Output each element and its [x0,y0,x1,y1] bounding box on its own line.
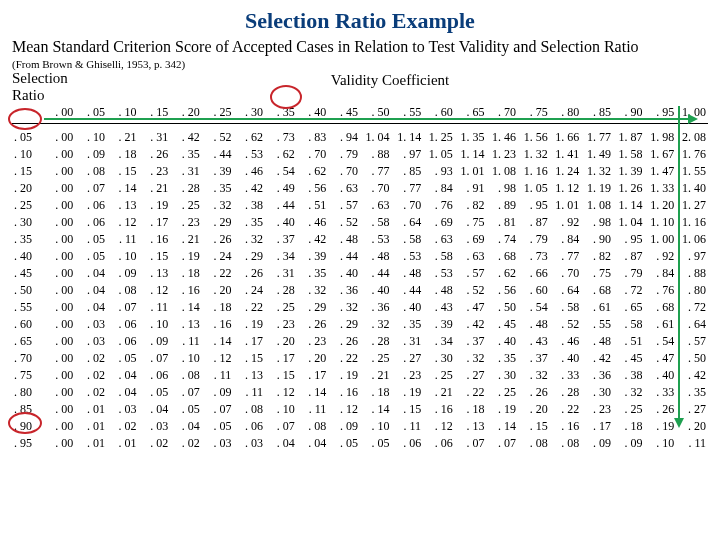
table-cell: . 97 [676,248,708,265]
table-cell: 1. 06 [676,231,708,248]
table-cell: . 04 [75,299,107,316]
table-cell: . 56 [297,180,329,197]
table-cell: . 36 [360,299,392,316]
table-cell: 1. 46 [486,124,518,147]
table-cell: . 79 [328,146,360,163]
table-cell: . 37 [518,350,550,367]
table-cell: . 39 [423,316,455,333]
table-cell: . 26 [518,384,550,401]
table-cell: . 24 [233,282,265,299]
table-row: . 45. 00. 04. 09. 13. 18. 22. 26. 31. 35… [12,265,708,282]
table-row: . 35. 00. 05. 11. 16. 21. 26. 32. 37. 42… [12,231,708,248]
table-cell: . 77 [550,248,582,265]
table-cell: . 05 [202,418,234,435]
table-cell: . 09 [75,146,107,163]
col-header: . 30 [233,91,265,124]
table-cell: . 40 [328,265,360,282]
table-cell: . 94 [328,124,360,147]
table-cell: . 26 [139,146,171,163]
table-cell: . 19 [170,248,202,265]
table-cell: . 02 [75,367,107,384]
table-cell: 1. 16 [676,214,708,231]
selection-ratio-label: Selection Ratio [12,70,68,104]
row-header: . 40 [12,248,44,265]
table-cell: . 23 [139,163,171,180]
table-cell: . 00 [44,231,76,248]
table-cell: . 11 [392,418,424,435]
table-cell: . 70 [392,197,424,214]
row-header: . 60 [12,316,44,333]
table-cell: . 62 [233,124,265,147]
col-header: . 35 [265,91,297,124]
col-header: . 85 [581,91,613,124]
table-cell: . 61 [645,316,677,333]
table-cell: . 50 [676,350,708,367]
table-cell: . 03 [139,418,171,435]
table-cell: . 11 [107,231,139,248]
table-cell: . 56 [486,282,518,299]
table-cell: . 00 [44,146,76,163]
table-cell: . 48 [360,248,392,265]
table-cell: . 10 [265,401,297,418]
table-cell: . 90 [581,231,613,248]
table-cell: . 10 [75,124,107,147]
table-cell: . 29 [202,214,234,231]
table-cell: . 44 [202,146,234,163]
table-cell: . 12 [423,418,455,435]
table-cell: . 19 [139,197,171,214]
col-header: . 70 [486,91,518,124]
table-cell: . 35 [202,180,234,197]
table-cell: . 25 [486,384,518,401]
table-cell: . 32 [233,231,265,248]
table-cell: . 07 [75,180,107,197]
table-cell: 1. 14 [613,197,645,214]
table-cell: 1. 23 [486,146,518,163]
table-cell: . 31 [392,333,424,350]
table-cell: . 62 [297,163,329,180]
table-cell: . 04 [75,265,107,282]
table-cell: . 00 [44,124,76,147]
table-cell: . 21 [107,124,139,147]
table-cell: . 53 [423,265,455,282]
row-header: . 75 [12,367,44,384]
table-cell: . 05 [360,435,392,452]
table-cell: . 04 [107,384,139,401]
table-cell: . 25 [170,197,202,214]
table-cell: . 00 [44,401,76,418]
table-cell: 1. 10 [645,214,677,231]
table-cell: . 29 [328,316,360,333]
table-cell: . 76 [645,282,677,299]
table-cell: . 40 [645,367,677,384]
table-cell: . 28 [265,282,297,299]
table-cell: . 02 [107,418,139,435]
table-cell: . 26 [297,316,329,333]
row-header: . 50 [12,282,44,299]
table-cell: . 65 [613,299,645,316]
table-cell: . 27 [455,367,487,384]
table-cell: . 52 [328,214,360,231]
table-cell: . 30 [423,350,455,367]
table-cell: . 63 [360,197,392,214]
table-cell: 1. 39 [613,163,645,180]
table-cell: . 14 [297,384,329,401]
table-cell: . 32 [297,282,329,299]
table-cell: . 04 [297,435,329,452]
table-cell: . 45 [486,316,518,333]
table-cell: . 07 [486,435,518,452]
table-cell: . 25 [360,350,392,367]
table-cell: . 05 [170,401,202,418]
table-cell: . 54 [518,299,550,316]
table-cell: . 58 [423,248,455,265]
table-cell: . 50 [486,299,518,316]
selection-ratio-table: . 00. 05. 10. 15. 20. 25. 30. 35. 40. 45… [12,91,708,452]
table-cell: . 18 [202,299,234,316]
table-cell: . 23 [581,401,613,418]
table-row: . 65. 00. 03. 06. 09. 11. 14. 17. 20. 23… [12,333,708,350]
table-cell: . 04 [139,401,171,418]
table-cell: . 46 [233,163,265,180]
table-cell: . 82 [455,197,487,214]
table-cell: 1. 05 [423,146,455,163]
table-cell: . 16 [550,418,582,435]
table-cell: . 44 [328,248,360,265]
table-cell: . 51 [297,197,329,214]
